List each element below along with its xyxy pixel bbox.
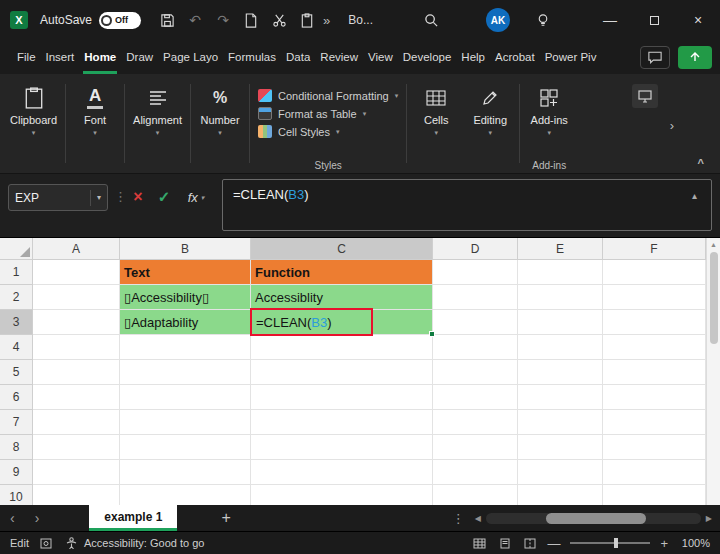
cell-f10[interactable] [603,485,706,505]
page-layout-view-icon[interactable] [497,537,512,550]
cell-e10[interactable] [518,485,603,505]
cell-f2[interactable] [603,285,706,310]
cell-c10[interactable] [251,485,433,505]
cell-b4[interactable] [120,335,251,360]
cell-a4[interactable] [33,335,120,360]
scroll-left-arrow-icon[interactable]: ◀ [475,514,481,523]
row-header-5[interactable]: 5 [0,360,33,385]
cell-a8[interactable] [33,435,120,460]
tab-develope[interactable]: Develope [398,40,457,74]
sheet-tab-example-1[interactable]: example 1 [89,505,177,531]
horizontal-scroll-thumb[interactable] [546,513,646,524]
cell-a2[interactable] [33,285,120,310]
alignment-button[interactable]: Alignment ▾ [127,80,188,141]
zoom-percentage[interactable]: 100% [678,537,710,549]
add-sheet-button[interactable]: + [221,509,230,527]
cell-f6[interactable] [603,385,706,410]
col-header-e[interactable]: E [518,238,603,260]
col-header-f[interactable]: F [603,238,706,260]
cell-f9[interactable] [603,460,706,485]
normal-view-icon[interactable] [472,537,487,550]
cell-d5[interactable] [433,360,518,385]
tab-home[interactable]: Home [79,40,121,74]
zoom-slider[interactable] [570,542,650,544]
tab-power-piv[interactable]: Power Piv [540,40,602,74]
sheet-menu-dots[interactable]: ⋮ [442,511,475,526]
row-header-7[interactable]: 7 [0,410,33,435]
cell-e4[interactable] [518,335,603,360]
cell-b1[interactable]: Text [120,260,251,285]
undo-icon[interactable]: ↶ [182,7,208,33]
row-header-3[interactable]: 3 [0,310,33,335]
col-header-a[interactable]: A [33,238,120,260]
cell-f4[interactable] [603,335,706,360]
cell-c1[interactable]: Function [251,260,433,285]
styles-item-conditional-formatting[interactable]: Conditional Formatting▾ [258,89,398,102]
zoom-slider-knob[interactable] [614,538,618,548]
cell-f8[interactable] [603,435,706,460]
cell-b3[interactable]: ▯Adaptability [120,310,251,335]
row-header-8[interactable]: 8 [0,435,33,460]
row-header-4[interactable]: 4 [0,335,33,360]
clipboard-button[interactable]: Clipboard ▾ [4,80,63,141]
document-icon[interactable] [238,7,264,33]
cell-d10[interactable] [433,485,518,505]
cell-b10[interactable] [120,485,251,505]
fill-handle[interactable] [429,331,435,337]
cell-b9[interactable] [120,460,251,485]
cell-a7[interactable] [33,410,120,435]
minimize-button[interactable]: — [588,0,632,40]
horizontal-scrollbar[interactable]: ◀ ▶ [475,513,712,524]
add-ins-button[interactable]: Add-ins ▾ [522,80,576,141]
cell-a6[interactable] [33,385,120,410]
scroll-up-arrow-icon[interactable]: ▲ [710,238,717,248]
formula-input[interactable]: =CLEAN(B3) ▴ [222,179,712,231]
user-avatar[interactable]: AK [486,8,510,32]
accessibility-status[interactable]: Accessibility: Good to go [64,537,204,550]
cell-b2[interactable]: ▯Accessibility▯ [120,285,251,310]
cell-d6[interactable] [433,385,518,410]
cell-d8[interactable] [433,435,518,460]
cell-a5[interactable] [33,360,120,385]
cell-c2[interactable]: Accessiblity [251,285,433,310]
cell-f5[interactable] [603,360,706,385]
styles-item-cell-styles[interactable]: Cell Styles▾ [258,125,398,138]
cell-a3[interactable] [33,310,120,335]
tab-insert[interactable]: Insert [41,40,80,74]
page-break-view-icon[interactable] [522,537,537,550]
vertical-scroll-thumb[interactable] [710,252,718,344]
cell-d9[interactable] [433,460,518,485]
cell-b7[interactable] [120,410,251,435]
editing-button[interactable]: Editing ▾ [463,80,517,141]
cell-d2[interactable] [433,285,518,310]
sheet-prev-arrow[interactable]: ‹ [0,510,25,526]
tab-review[interactable]: Review [315,40,363,74]
cell-d7[interactable] [433,410,518,435]
cell-e9[interactable] [518,460,603,485]
cell-b6[interactable] [120,385,251,410]
tab-draw[interactable]: Draw [121,40,158,74]
comments-icon[interactable] [640,46,670,69]
macro-record-icon[interactable] [39,537,54,550]
insert-function-button[interactable]: fx ▾ [178,184,214,210]
scroll-right-arrow-icon[interactable]: ▶ [706,514,712,523]
cell-e3[interactable] [518,310,603,335]
cell-c7[interactable] [251,410,433,435]
cell-d4[interactable] [433,335,518,360]
cell-e8[interactable] [518,435,603,460]
cell-c6[interactable] [251,385,433,410]
lightbulb-icon[interactable] [530,7,556,33]
zoom-out-button[interactable]: — [547,536,560,551]
row-header-6[interactable]: 6 [0,385,33,410]
number-button[interactable]: % Number ▾ [193,80,247,141]
cell-e2[interactable] [518,285,603,310]
row-header-2[interactable]: 2 [0,285,33,310]
excel-logo-icon[interactable]: X [10,11,28,29]
cell-f1[interactable] [603,260,706,285]
cell-c5[interactable] [251,360,433,385]
autosave-control[interactable]: AutoSave Off [40,12,141,29]
tab-view[interactable]: View [363,40,398,74]
row-header-1[interactable]: 1 [0,260,33,285]
autosave-toggle[interactable]: Off [99,12,141,29]
tab-help[interactable]: Help [456,40,490,74]
